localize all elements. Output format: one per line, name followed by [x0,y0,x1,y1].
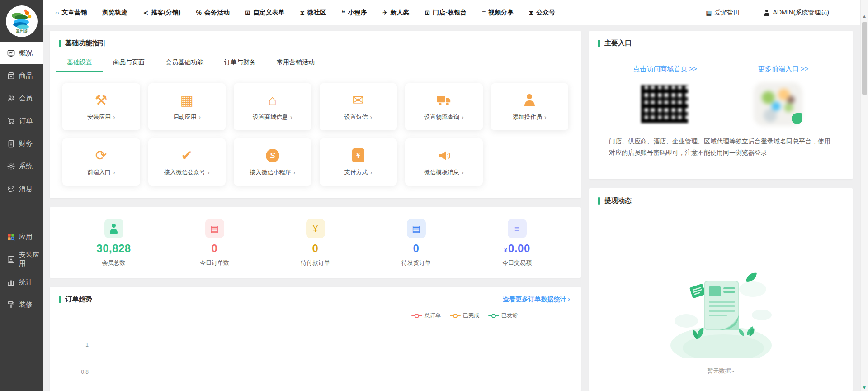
chevron-right-icon: › [544,114,547,121]
nav-item-video-share[interactable]: ≡视频分享 [482,9,514,17]
mall-qr-code [639,83,690,125]
nav-label: 新人奖 [391,9,410,17]
sidebar-item-members[interactable]: 会员 [0,87,43,110]
accent-bar [59,296,61,303]
person-icon [523,93,536,108]
card-sms[interactable]: ✉ 设置短信› [320,83,397,130]
stat-label: 今日交易额 [502,259,532,267]
nav-label: 公众号 [536,9,555,17]
sidebar-item-orders[interactable]: 订单 [0,110,43,132]
clipboard-icon: ▤ [205,219,224,238]
nav-item-mini-program[interactable]: ❝小程序 [342,9,367,17]
accent-bar [598,40,600,47]
nav-label: 推客(分销) [151,9,180,17]
legend-completed[interactable]: 已完成 [450,312,479,319]
nav-label: 视频分享 [488,9,514,17]
chevron-right-icon: › [198,114,201,121]
sidebar-item-install-apps[interactable]: 安装应用 [0,248,43,271]
sidebar-item-finance[interactable]: 财务 [0,132,43,155]
trend-title: 订单趋势 [65,295,92,304]
comments-icon: ❝ [342,10,345,16]
tab-basic-settings[interactable]: 基础设置 [66,54,93,72]
tab-orders-finance[interactable]: 订单与财务 [223,54,257,72]
entry-title: 主要入口 [604,39,632,48]
card-frontend-entry[interactable]: ⟳ 前端入口› [62,138,140,186]
card-payment[interactable]: ¥ 支付方式› [320,138,397,186]
withdraw-header: 提现动态 [589,188,853,210]
card-label: 安装应用 [87,113,111,121]
legend-total-orders[interactable]: 总订单 [411,312,441,319]
scrollbar-track[interactable]: ▲ ▼ [860,0,868,391]
nav-item-official-account[interactable]: ⧗公众号 [529,9,555,17]
scroll-up-arrow-icon[interactable]: ▲ [862,14,867,19]
main-area: ○文章营销 浏览轨迹 ≺推客(分销) %会务活动 ⊞自定义表单 ⧖微社区 ❝小程… [43,0,868,391]
more-frontend-entry-link[interactable]: 更多前端入口 >> [758,65,809,73]
mall-home-link[interactable]: 点击访问商城首页 >> [633,65,697,73]
grid-icon: ▦ [706,10,712,16]
nav-item-article-marketing[interactable]: ○文章营销 [55,9,87,17]
svg-text:盐田游: 盐田游 [16,29,28,33]
card-add-operator[interactable]: 添加操作员› [491,83,569,130]
sidebar-item-label: 商品 [19,72,33,80]
sidebar-item-decorate[interactable]: 装修 [0,293,43,316]
y-tick: 1 [62,342,89,348]
nav-item-micro-community[interactable]: ⧖微社区 [300,9,326,17]
nav-label: 门店-收银台 [433,9,467,17]
finance-icon [7,139,15,148]
sidebar-item-apps[interactable]: 应用 [0,225,43,248]
more-order-stats-link[interactable]: 查看更多订单数据统计 › [503,296,570,304]
nav-item-distribution[interactable]: ≺推客(分销) [143,9,180,17]
gear-icon [7,162,15,171]
legend-marker [488,314,499,318]
sidebar-item-system[interactable]: 系统 [0,155,43,177]
card-install-app[interactable]: ⚒ 安装应用› [62,83,140,130]
sidebar-item-statistics[interactable]: 统计 [0,271,43,293]
card-logistics[interactable]: 设置物流查询› [405,83,483,130]
tab-member-basics[interactable]: 会员基础功能 [165,54,204,72]
badge-check-icon: ✔ [181,148,193,163]
stat-value: 0 [212,242,218,255]
guide-cards: ⚒ 安装应用› ▦ 启动应用› ⌂ 设置商城信息› ✉ [50,72,581,198]
sidebar-item-label: 消息 [19,185,33,193]
top-nav: ○文章营销 浏览轨迹 ≺推客(分销) %会务活动 ⊞自定义表单 ⧖微社区 ❝小程… [55,9,555,17]
logo: 盐田游 [6,5,38,37]
stat-unpaid-orders: ¥ 0 待付款订单 [265,219,366,267]
nav-item-custom-form[interactable]: ⊞自定义表单 [245,9,285,17]
stats-panel: 30,828 会员总数 ▤ 0 今日订单数 ¥ 0 待付款订单 ▤ [50,207,581,278]
legend-shipped[interactable]: 已发货 [488,312,518,319]
card-wechat-official[interactable]: ✔ 接入微信公众号› [148,138,226,186]
card-label: 前端入口 [87,168,111,176]
card-template-message[interactable]: 微信模板消息› [405,138,483,186]
sidebar-item-label: 应用 [19,233,33,241]
nav-item-newcomer-award[interactable]: ✈新人奖 [382,9,410,17]
card-mall-info[interactable]: ⌂ 设置商城信息› [234,83,311,130]
storefront-icon: ⌂ [268,93,277,108]
wechat-s-icon: S [266,148,279,163]
legend-marker [450,314,461,318]
sidebar-item-dashboard[interactable]: 概况 [0,42,43,64]
tab-marketing[interactable]: 常用营销活动 [276,54,316,72]
nav-item-browse-track[interactable]: 浏览轨迹 [102,9,127,17]
workspace-menu[interactable]: ▦爱游盐田 [706,9,740,17]
empty-state: 暂无数据~ [589,267,853,375]
scroll-down-arrow-icon[interactable]: ▼ [862,385,867,390]
card-launch-app[interactable]: ▦ 启动应用› [148,83,226,130]
empty-text: 暂无数据~ [708,367,735,375]
nav-item-conference[interactable]: %会务活动 [196,9,230,17]
form-icon: ⊞ [245,10,250,16]
sidebar-item-messages[interactable]: 消息 [0,177,43,200]
nav-item-store-cashier[interactable]: ⊡门店-收银台 [425,9,467,17]
yen-icon: ¥ [352,148,364,163]
chevron-right-icon: › [370,169,372,176]
card-wechat-miniprogram[interactable]: S 接入微信小程序› [234,138,311,186]
gridline-row: 0.8 [62,372,571,391]
entry-header: 主要入口 [589,31,853,52]
stat-label: 待付款订单 [301,259,330,267]
tab-goods-pages[interactable]: 商品与页面 [112,54,146,72]
gridline-row: 1 [62,345,571,372]
chevron-right-icon: › [113,169,115,176]
sidebar-item-goods[interactable]: 商品 [0,64,43,87]
user-menu[interactable]: ADMIN(系统管理员) [764,9,829,17]
stat-value: 0 [312,242,319,255]
scrollbar-thumb[interactable] [862,22,867,95]
